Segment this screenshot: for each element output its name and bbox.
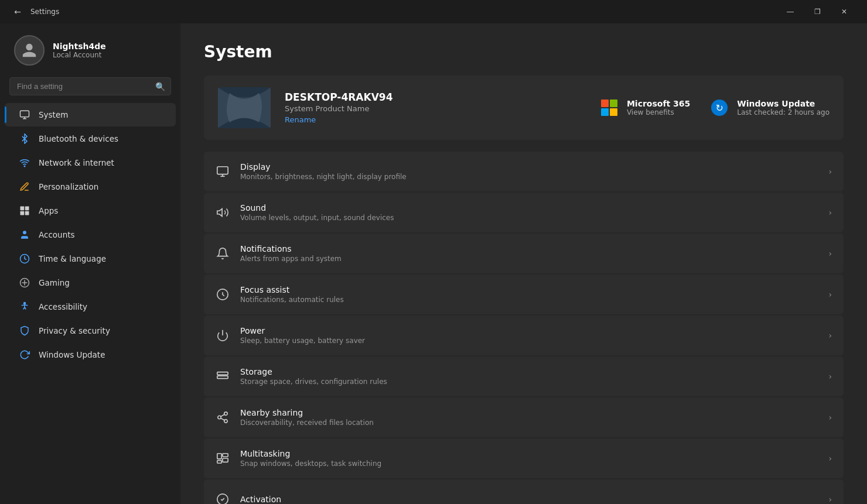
notifications-info: Notifications Alerts from apps and syste…	[240, 236, 818, 271]
settings-list: Display Monitors, brightness, night ligh…	[204, 152, 844, 504]
computer-name: DESKTOP-4RAKV94	[285, 91, 585, 103]
svg-rect-4	[21, 207, 25, 211]
settings-item-display[interactable]: Display Monitors, brightness, night ligh…	[204, 152, 844, 191]
sound-subtitle: Volume levels, output, input, sound devi…	[240, 214, 818, 222]
nearby-title: Nearby sharing	[240, 408, 818, 417]
rename-link[interactable]: Rename	[285, 115, 585, 124]
sidebar-item-personalization[interactable]: Personalization	[5, 175, 176, 198]
power-subtitle: Sleep, battery usage, battery saver	[240, 337, 818, 345]
focus-info: Focus assist Notifications, automatic ru…	[240, 277, 818, 312]
activation-icon	[216, 492, 230, 504]
minimize-button[interactable]: —	[777, 0, 804, 23]
sidebar-item-accessibility[interactable]: Accessibility	[5, 295, 176, 318]
user-info: Nightsh4de Local Account	[53, 42, 106, 59]
svg-point-8	[23, 231, 26, 234]
svg-line-23	[221, 414, 224, 417]
settings-item-focus[interactable]: Focus assist Notifications, automatic ru…	[204, 275, 844, 314]
sidebar-item-privacy[interactable]: Privacy & security	[5, 319, 176, 342]
sidebar-item-time[interactable]: Time & language	[5, 247, 176, 270]
settings-item-activation[interactable]: Activation ›	[204, 479, 844, 504]
microsoft365-item[interactable]: Microsoft 365 View benefits	[599, 97, 690, 118]
power-title: Power	[240, 326, 818, 335]
system-image	[218, 87, 271, 128]
back-button[interactable]: ←	[9, 4, 26, 20]
sidebar-item-label-privacy: Privacy & security	[39, 326, 110, 335]
sidebar-item-label-accessibility: Accessibility	[39, 302, 87, 311]
sidebar: Nightsh4de Local Account 🔍 System	[0, 23, 180, 504]
settings-item-power[interactable]: Power Sleep, battery usage, battery save…	[204, 316, 844, 355]
sidebar-item-update[interactable]: Windows Update	[5, 343, 176, 366]
search-input[interactable]	[9, 77, 171, 95]
svg-marker-14	[217, 209, 222, 217]
sidebar-item-label-accounts: Accounts	[39, 230, 75, 239]
sidebar-item-bluetooth[interactable]: Bluetooth & devices	[5, 127, 176, 150]
user-account-type: Local Account	[53, 51, 106, 59]
sidebar-item-gaming[interactable]: Gaming	[5, 271, 176, 294]
system-extras: Microsoft 365 View benefits ↻ Windows Up…	[599, 97, 830, 118]
restore-button[interactable]: ❐	[804, 0, 831, 23]
sidebar-item-label-update: Windows Update	[39, 350, 105, 359]
sidebar-item-label-personalization: Personalization	[39, 182, 98, 191]
window-controls: — ❐ ✕	[777, 0, 858, 23]
microsoft365-icon	[599, 97, 620, 118]
svg-rect-0	[21, 111, 29, 117]
display-subtitle: Monitors, brightness, night light, displ…	[240, 173, 818, 181]
svg-rect-25	[223, 454, 228, 457]
settings-item-nearby[interactable]: Nearby sharing Discoverability, received…	[204, 397, 844, 437]
microsoft365-title: Microsoft 365	[627, 99, 690, 108]
sidebar-item-label-network: Network & internet	[39, 158, 114, 167]
settings-item-storage[interactable]: Storage Storage space, drives, configura…	[204, 356, 844, 396]
sound-title: Sound	[240, 203, 818, 212]
notifications-chevron: ›	[828, 249, 832, 258]
svg-point-10	[24, 303, 26, 304]
svg-rect-5	[25, 207, 29, 211]
time-icon	[19, 253, 30, 265]
nearby-info: Nearby sharing Discoverability, received…	[240, 400, 818, 435]
svg-point-3	[24, 166, 25, 167]
app-container: Nightsh4de Local Account 🔍 System	[0, 23, 867, 504]
update-icon-nav	[19, 349, 30, 361]
sidebar-item-accounts[interactable]: Accounts	[5, 223, 176, 246]
personalization-icon	[19, 181, 30, 193]
accessibility-icon	[19, 301, 30, 313]
settings-item-multitasking[interactable]: Multitasking Snap windows, desktops, tas…	[204, 438, 844, 478]
system-details: DESKTOP-4RAKV94 System Product Name Rena…	[285, 91, 585, 124]
windows-update-subtitle: Last checked: 2 hours ago	[737, 108, 830, 116]
search-box: 🔍	[9, 77, 171, 95]
avatar	[14, 35, 45, 66]
sidebar-item-apps[interactable]: Apps	[5, 199, 176, 222]
multitasking-subtitle: Snap windows, desktops, task switching	[240, 460, 818, 468]
notifications-icon	[216, 246, 230, 260]
user-avatar-icon	[21, 42, 37, 59]
multitasking-icon	[216, 451, 230, 465]
settings-item-notifications[interactable]: Notifications Alerts from apps and syste…	[204, 234, 844, 273]
network-icon	[19, 157, 30, 169]
display-icon	[216, 164, 230, 179]
microsoft365-info: Microsoft 365 View benefits	[627, 99, 690, 116]
sound-chevron: ›	[828, 208, 832, 217]
system-icon	[19, 109, 30, 121]
close-button[interactable]: ✕	[831, 0, 858, 23]
user-profile[interactable]: Nightsh4de Local Account	[0, 23, 180, 75]
windows-update-item[interactable]: ↻ Windows Update Last checked: 2 hours a…	[709, 97, 830, 118]
titlebar: ← Settings — ❐ ✕	[0, 0, 867, 23]
windows-update-info: Windows Update Last checked: 2 hours ago	[737, 99, 830, 116]
power-chevron: ›	[828, 331, 832, 340]
display-chevron: ›	[828, 167, 832, 176]
focus-icon	[216, 287, 230, 301]
accounts-icon	[19, 229, 30, 241]
display-info: Display Monitors, brightness, night ligh…	[240, 154, 818, 189]
sidebar-item-system[interactable]: System	[5, 103, 176, 126]
microsoft365-subtitle: View benefits	[627, 108, 690, 116]
nearby-subtitle: Discoverability, received files location	[240, 419, 818, 427]
settings-item-sound[interactable]: Sound Volume levels, output, input, soun…	[204, 193, 844, 232]
product-name: System Product Name	[285, 104, 585, 113]
storage-title: Storage	[240, 367, 818, 376]
gaming-icon	[19, 277, 30, 289]
svg-point-21	[224, 420, 228, 423]
sidebar-item-network[interactable]: Network & internet	[5, 151, 176, 174]
power-icon	[216, 328, 230, 342]
display-title: Display	[240, 162, 818, 172]
sidebar-nav: System Bluetooth & devices	[0, 102, 180, 367]
notifications-title: Notifications	[240, 244, 818, 253]
